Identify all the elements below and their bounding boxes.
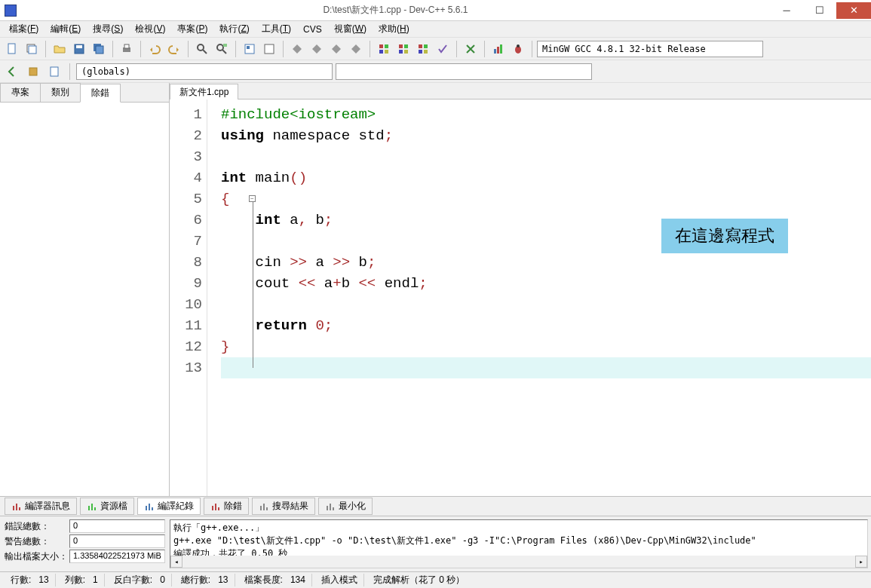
- err-value: 0: [69, 519, 165, 533]
- bug-button[interactable]: [509, 40, 527, 58]
- side-tab[interactable]: 除錯: [80, 84, 121, 103]
- editor-tab-bar: 新文件1.cpp: [170, 83, 871, 100]
- save-all-button[interactable]: [90, 40, 108, 58]
- menu-item[interactable]: 求助(H): [374, 21, 414, 37]
- debug-button[interactable]: [327, 40, 345, 58]
- nav-forward-button[interactable]: [24, 63, 42, 81]
- menu-item[interactable]: 執行(Z): [215, 21, 253, 37]
- grid3-button[interactable]: [414, 40, 432, 58]
- svg-rect-16: [265, 44, 274, 54]
- svg-rect-0: [8, 44, 15, 54]
- svg-rect-26: [424, 44, 428, 48]
- redo-button[interactable]: [165, 40, 183, 58]
- svg-point-11: [217, 44, 223, 51]
- menu-item[interactable]: 專案(P): [173, 21, 212, 37]
- err-label: 錯誤總數：: [5, 520, 69, 533]
- svg-rect-46: [215, 504, 216, 510]
- svg-rect-44: [152, 507, 153, 510]
- side-tab[interactable]: 類別: [40, 83, 81, 102]
- find-button[interactable]: [193, 40, 211, 58]
- app-icon: [0, 0, 21, 21]
- grid1-button[interactable]: [375, 40, 393, 58]
- print-button[interactable]: [118, 40, 136, 58]
- close-button[interactable]: ✕: [836, 2, 871, 19]
- parse-status: 完成解析（花了 0 秒）: [367, 574, 471, 586]
- menu-item[interactable]: 檔案(F): [5, 21, 43, 37]
- nav-back-button[interactable]: [3, 63, 21, 81]
- svg-rect-39: [88, 506, 90, 510]
- bottom-tab[interactable]: 最小化: [318, 498, 373, 515]
- menu-item[interactable]: 搜尋(S): [88, 21, 127, 37]
- profile-button[interactable]: [347, 40, 365, 58]
- svg-rect-18: [385, 44, 388, 48]
- svg-rect-27: [419, 50, 422, 54]
- menu-item[interactable]: CVS: [299, 23, 327, 36]
- compiler-select[interactable]: MinGW GCC 4.8.1 32-bit Release: [537, 41, 763, 57]
- svg-rect-28: [424, 50, 428, 54]
- svg-rect-17: [379, 44, 383, 48]
- svg-rect-41: [94, 507, 96, 510]
- code-editor[interactable]: 12345678910111213 − #include<iostream>us…: [170, 100, 871, 496]
- svg-rect-13: [223, 44, 227, 47]
- svg-rect-52: [330, 504, 331, 510]
- svg-rect-53: [333, 507, 334, 510]
- bottom-tab[interactable]: 搜尋結果: [252, 498, 315, 515]
- svg-rect-37: [16, 504, 17, 510]
- compile-log[interactable]: 執行「g++.exe...」g++.exe "D:\test\新文件1.cpp"…: [170, 519, 868, 568]
- minimize-button[interactable]: ─: [770, 2, 803, 19]
- rebuild-button[interactable]: [308, 40, 326, 58]
- svg-rect-2: [29, 46, 36, 54]
- new-file-button[interactable]: [3, 40, 21, 58]
- bookmark-button[interactable]: [45, 63, 63, 81]
- menu-item[interactable]: 視窗(W): [330, 21, 371, 37]
- bottom-tab-bar: 編譯器訊息資源檔編譯紀錄除錯搜尋結果最小化: [0, 496, 871, 516]
- bottom-tab[interactable]: 除錯: [204, 498, 249, 515]
- svg-rect-36: [13, 506, 14, 510]
- bottom-tab[interactable]: 編譯紀錄: [137, 498, 201, 515]
- replace-button[interactable]: [213, 40, 231, 58]
- svg-point-9: [198, 44, 204, 51]
- menu-item[interactable]: 檢視(V): [130, 21, 170, 37]
- grid2-button[interactable]: [394, 40, 412, 58]
- save-button[interactable]: [70, 40, 88, 58]
- svg-rect-48: [260, 506, 262, 510]
- svg-rect-19: [379, 50, 383, 54]
- svg-rect-8: [124, 44, 129, 48]
- compile-stats: 錯誤總數：0 警告總數：0 輸出檔案大小：1.33584022521973 Mi…: [0, 516, 170, 571]
- sidebar: 專案類別除錯: [0, 83, 170, 496]
- side-tab[interactable]: 專案: [0, 83, 41, 102]
- svg-rect-29: [494, 49, 496, 54]
- undo-button[interactable]: [146, 40, 164, 58]
- bottom-tab[interactable]: 編譯器訊息: [5, 498, 77, 515]
- chart-button[interactable]: [489, 40, 508, 58]
- check-button[interactable]: [434, 40, 452, 58]
- editor-tab[interactable]: 新文件1.cpp: [170, 84, 238, 100]
- stop-button[interactable]: [462, 40, 480, 58]
- svg-rect-20: [385, 50, 388, 54]
- compile-button[interactable]: [241, 40, 259, 58]
- run-button[interactable]: [260, 40, 278, 58]
- compile-run-button[interactable]: [288, 40, 306, 58]
- open-button[interactable]: [51, 40, 69, 58]
- svg-rect-38: [19, 507, 20, 510]
- scope-select[interactable]: (globals): [76, 63, 333, 80]
- size-label: 輸出檔案大小：: [5, 550, 69, 563]
- bottom-tab[interactable]: 資源檔: [80, 498, 134, 515]
- svg-rect-25: [419, 44, 422, 48]
- svg-rect-15: [247, 46, 250, 49]
- svg-rect-24: [404, 50, 408, 54]
- new-project-button[interactable]: [23, 40, 41, 58]
- svg-rect-31: [500, 44, 502, 54]
- toolbar-scope: (globals): [0, 60, 871, 83]
- svg-rect-21: [399, 44, 403, 48]
- menu-item[interactable]: 工具(T): [257, 21, 296, 37]
- svg-rect-50: [266, 507, 268, 510]
- status-bar: 行數: 13 列數: 1 反白字數: 0 總行數: 13 檔案長度: 134 插…: [0, 571, 871, 588]
- maximize-button[interactable]: ☐: [803, 2, 836, 19]
- warn-value: 0: [69, 534, 165, 548]
- menu-item[interactable]: 編輯(E): [46, 21, 85, 37]
- warn-label: 警告總數：: [5, 535, 69, 548]
- member-select[interactable]: [336, 63, 592, 80]
- bottom-panel: 錯誤總數：0 警告總數：0 輸出檔案大小：1.33584022521973 Mi…: [0, 516, 871, 571]
- size-value: 1.33584022521973 MiB: [69, 550, 165, 563]
